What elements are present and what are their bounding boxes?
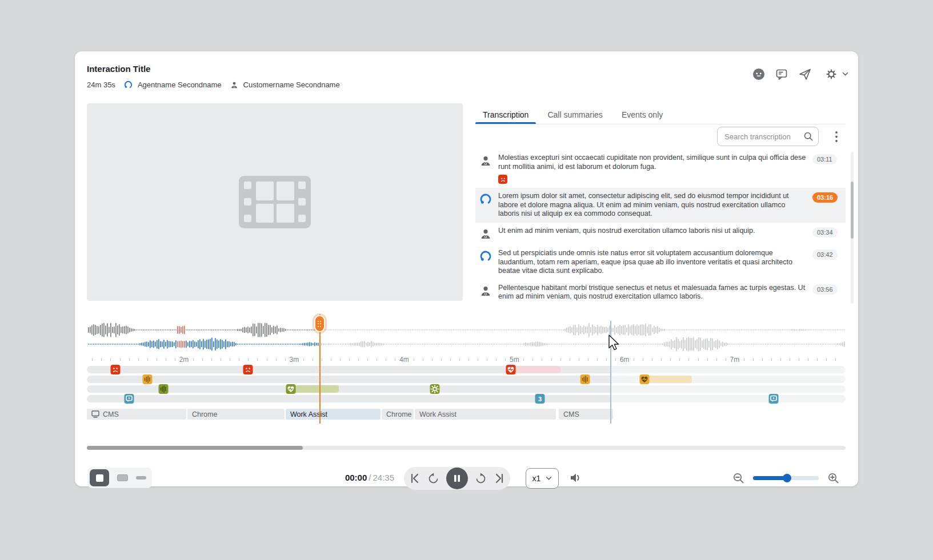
ruler-tick [771,358,772,361]
transcript-scrollbar[interactable] [851,152,854,304]
interaction-meta: 24m 35s Agentname Secondname Customernam… [87,80,340,90]
ruler-tick [661,358,662,361]
layout-compact-button[interactable] [136,476,146,480]
kebab-menu-icon[interactable] [833,130,840,144]
speaker-avatar [479,192,492,206]
ruler-tick [193,358,194,361]
agent-chip: Agentname Secondname [123,80,222,90]
zoom-in-button[interactable] [827,472,839,484]
zoom-slider-thumb[interactable] [783,474,791,482]
behavior-talk-icon[interactable] [158,384,168,394]
speaker-icon [569,472,582,484]
app-segment-chrome[interactable]: Chrome [187,409,285,420]
speed-select[interactable]: x1 [526,468,559,489]
ruler-tick [276,358,277,361]
transcript-scrollbar-thumb[interactable] [851,182,854,239]
ruler-tick [349,358,350,361]
customer-person-icon [479,227,492,241]
ruler-tick [551,358,552,361]
event-lanes: 3 [87,366,846,405]
layout-medium-button[interactable] [117,474,128,481]
person-icon [230,80,239,90]
talk-over-heart-dark-icon[interactable] [639,374,649,384]
ruler-tick [542,358,542,361]
square-layout-icon [96,474,103,482]
ruler-tick [423,358,423,361]
pause-button[interactable] [446,468,468,489]
transcript-row[interactable]: Pellentesque habitant morbi tristique se… [475,280,846,305]
layout-large-button[interactable] [90,469,109,486]
tab-events-only[interactable]: Events only [614,105,670,124]
transcript-body: Molestias excepturi sint occaecati cupid… [498,154,807,184]
ruler-tick [129,358,130,361]
playhead-handle[interactable] [314,315,325,332]
transcript-text: Molestias excepturi sint occaecati cupid… [498,154,807,171]
customer-chip: Customername Secondname [230,80,340,90]
rectangle-layout-icon [117,474,128,481]
time-separator: / [369,473,371,482]
ruler-tick [386,358,386,361]
talk-over-talk-icon[interactable] [580,374,590,384]
current-time: 00:00 [345,473,367,482]
ruler-tick [340,358,341,361]
timestamp-badge[interactable]: 03:11 [812,154,837,164]
magnifier-plus-icon [827,472,839,484]
transcript-body: Ut enim ad minim veniam, quis nostrud ex… [498,227,807,236]
transcript-row[interactable]: Molestias excepturi sint occaecati cupid… [475,150,846,188]
app-segment-cms[interactable]: CMS [87,409,186,420]
app-segment-work-assist[interactable]: Work Assist [286,409,381,420]
waveform[interactable] [87,312,846,353]
search-box [717,127,819,146]
event-lane-talk-over [87,376,846,383]
sentiment-frown-icon[interactable] [243,365,253,374]
timestamp-badge[interactable]: 03:34 [812,227,838,237]
tab-call-summaries[interactable]: Call summaries [540,105,610,124]
tab-transcription[interactable]: Transcription [475,105,536,124]
comments-chat-icon[interactable] [124,394,134,404]
sentiment-frown-icon[interactable] [111,365,121,374]
transcript-row[interactable]: Lorem ipsum dolor sit amet, consectetur … [475,188,846,223]
talk-over-talk-icon[interactable] [142,374,152,384]
transcript-row[interactable]: Ut enim ad minim veniam, quis nostrud ex… [475,223,846,245]
ruler-label: 3m [289,356,299,364]
share-button[interactable] [798,67,812,81]
app-segment-work-assist[interactable]: Work Assist [415,409,556,420]
ruler-tick [166,358,166,361]
app-segment-cms[interactable]: CMS [559,409,613,420]
sentiment-heart-icon[interactable] [506,365,515,374]
volume-button[interactable] [569,472,582,484]
forward-button[interactable] [475,473,487,485]
ruler-tick [101,358,102,361]
zoom-out-button[interactable] [732,472,744,484]
behavior-heart-icon[interactable] [286,384,295,394]
comments-count-icon[interactable]: 3 [535,394,544,404]
transcript-row[interactable]: Sed ut perspiciatis unde omnis iste natu… [475,245,846,280]
settings-button[interactable] [825,68,848,80]
transcript-text: Pellentesque habitant morbi tristique se… [498,284,807,301]
tab-divider [475,124,846,124]
customer-name: Customername Secondname [243,80,340,89]
timeline-scrollbar-thumb[interactable] [87,446,303,450]
rewind-button[interactable] [427,473,439,485]
magnifier-minus-icon [732,472,744,484]
ruler-tick [478,358,478,361]
transcript-list: Molestias excepturi sint occaecati cupid… [475,150,846,306]
assistant-bot-icon [752,67,766,81]
comments-chat-icon[interactable] [768,394,778,404]
timestamp-badge[interactable]: 03:42 [812,249,838,260]
speed-value: x1 [532,474,541,483]
zoom-slider[interactable] [753,476,819,480]
skip-to-start-button[interactable] [409,473,421,484]
assistant-button[interactable] [752,67,766,81]
skip-start-icon [409,473,421,484]
interaction-card: Interaction Title 24m 35s Agentname Seco… [75,51,858,486]
timeline-scrollbar[interactable] [87,446,846,450]
comment-button[interactable] [775,67,788,81]
behavior-gear-icon[interactable] [430,384,440,394]
app-segment-chrome[interactable]: Chrome [382,409,414,420]
timestamp-badge[interactable]: 03:16 [812,192,838,203]
skip-to-end-button[interactable] [494,473,505,484]
ruler-tick [799,358,799,361]
timestamp-badge[interactable]: 03:56 [812,284,838,295]
ruler-tick [441,358,442,361]
